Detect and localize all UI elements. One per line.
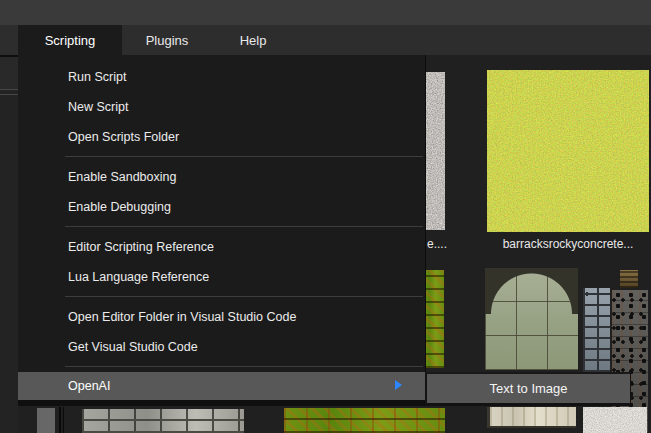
menu-item-editor-scripting-reference[interactable]: Editor Scripting Reference (18, 232, 425, 262)
submenu-arrow-icon (395, 380, 402, 390)
scripting-menu: Run Script New Script Open Scripts Folde… (18, 55, 426, 406)
menu-item-open-scripts-folder[interactable]: Open Scripts Folder (18, 122, 425, 152)
tab-plugins[interactable]: Plugins (122, 25, 212, 55)
texture-thumbnail-small-brown[interactable] (620, 270, 638, 288)
texture-thumbnail-metal-grid[interactable] (583, 288, 610, 372)
openai-submenu: Text to Image (425, 372, 631, 406)
menu-item-openai-label: OpenAI (68, 379, 110, 393)
left-panel-divider (0, 89, 18, 90)
menu-item-run-script[interactable]: Run Script (18, 62, 425, 92)
tab-help[interactable]: Help (212, 25, 294, 55)
scrollbar-thumb[interactable] (37, 408, 55, 433)
texture-thumbnail-mossy-bricks[interactable] (284, 408, 445, 433)
texture-thumbnail-mossy-bricks-strip[interactable] (423, 270, 444, 368)
thumbnail-label-barracks: barracksrockyconcrete... (486, 236, 650, 252)
menu-item-open-editor-folder-vscode[interactable]: Open Editor Folder in Visual Studio Code (18, 302, 425, 332)
left-panel-edge (0, 55, 18, 433)
menu-item-enable-sandboxing[interactable]: Enable Sandboxing (18, 162, 425, 192)
panel-divider-line (63, 407, 64, 433)
menu-item-new-script[interactable]: New Script (18, 92, 425, 122)
texture-thumbnail-pale-plaster[interactable] (487, 407, 576, 428)
menu-separator (18, 292, 425, 302)
texture-thumbnail-barracks-rocky-concrete[interactable] (487, 70, 649, 232)
tab-scripting[interactable]: Scripting (18, 25, 122, 55)
app-window: Scripting Plugins Help e.... barracksroc… (0, 0, 651, 433)
menu-item-get-vscode[interactable]: Get Visual Studio Code (18, 332, 425, 362)
arch-shading (485, 268, 578, 314)
panel-divider-line (59, 407, 61, 433)
menu-separator (18, 362, 425, 372)
menu-separator (18, 222, 425, 232)
menu-separator (18, 152, 425, 162)
menu-item-text-to-image[interactable]: Text to Image (427, 374, 630, 403)
menu-item-openai[interactable]: OpenAI (18, 372, 425, 400)
left-panel-divider (0, 94, 18, 95)
thumbnail-label-clipped: e.... (427, 236, 447, 252)
texture-thumbnail-gray-bricks[interactable] (82, 409, 244, 433)
menu-item-enable-debugging[interactable]: Enable Debugging (18, 192, 425, 222)
menubar: Scripting Plugins Help (0, 25, 651, 55)
titlebar (0, 0, 651, 25)
texture-thumbnail-gray-noise[interactable] (425, 72, 445, 230)
left-panel-segment (0, 57, 18, 89)
texture-thumbnail-arched-door[interactable] (485, 268, 578, 370)
texture-thumbnail-concrete[interactable] (583, 407, 647, 433)
menubar-spacer (0, 25, 18, 55)
menu-item-lua-language-reference[interactable]: Lua Language Reference (18, 262, 425, 292)
